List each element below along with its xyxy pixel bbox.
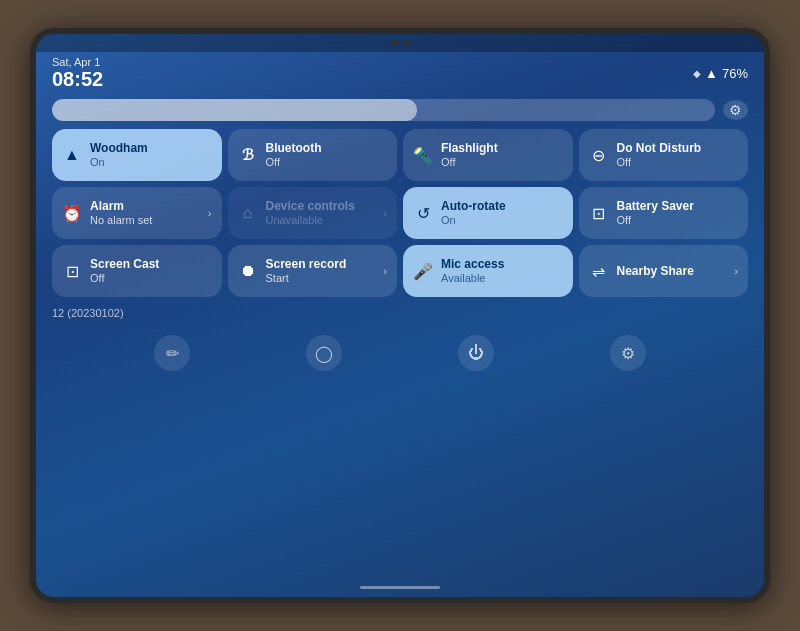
alarm-text: Alarm No alarm set <box>90 199 200 227</box>
screen-cast-sublabel: Off <box>90 272 212 285</box>
edit-icon: ✏ <box>166 344 179 363</box>
device-controls-icon: ⌂ <box>238 204 258 222</box>
tile-bluetooth[interactable]: ℬ Bluetooth Off <box>228 129 398 181</box>
tile-screen-record[interactable]: ⏺ Screen record Start › <box>228 245 398 297</box>
edit-button[interactable]: ✏ <box>154 335 190 371</box>
user-button[interactable]: ◯ <box>306 335 342 371</box>
flashlight-text: Flashlight Off <box>441 141 563 169</box>
tablet-screen: Sat, Apr 1 08:52 ◆ ▲ 76% ⚙ ▲ Woodham <box>36 34 764 597</box>
tile-auto-rotate[interactable]: ↺ Auto-rotate On <box>403 187 573 239</box>
battery-saver-text: Battery Saver Off <box>617 199 739 227</box>
nearby-share-icon: ⇌ <box>589 262 609 281</box>
wifi-icon: ▲ <box>62 146 82 164</box>
alarm-icon: ⏰ <box>62 204 82 223</box>
screen-record-label: Screen record <box>266 257 376 271</box>
auto-rotate-sublabel: On <box>441 214 563 227</box>
screen-cast-label: Screen Cast <box>90 257 212 271</box>
screen-cast-text: Screen Cast Off <box>90 257 212 285</box>
dnd-sublabel: Off <box>617 156 739 169</box>
flashlight-icon: 🔦 <box>413 146 433 165</box>
mic-access-sublabel: Available <box>441 272 563 285</box>
device-controls-sublabel: Unavailable <box>266 214 376 227</box>
alarm-sublabel: No alarm set <box>90 214 200 227</box>
alarm-arrow: › <box>208 207 212 219</box>
bluetooth-icon: ℬ <box>238 146 258 164</box>
nearby-share-label: Nearby Share <box>617 264 727 278</box>
screen-record-arrow: › <box>383 265 387 277</box>
brightness-icon[interactable]: ⚙ <box>723 100 748 120</box>
version-text: 12 (20230102) <box>36 301 764 325</box>
wifi-sublabel: On <box>90 156 212 169</box>
bottom-actions: ✏ ◯ ⏻ ⚙ <box>36 327 764 379</box>
battery-saver-icon: ⊡ <box>589 204 609 223</box>
battery-status: 76% <box>722 66 748 81</box>
brightness-slider[interactable] <box>52 99 715 121</box>
auto-rotate-label: Auto-rotate <box>441 199 563 213</box>
flashlight-sublabel: Off <box>441 156 563 169</box>
wifi-text: Woodham On <box>90 141 212 169</box>
dnd-icon: ⊖ <box>589 146 609 165</box>
nearby-share-arrow: › <box>734 265 738 277</box>
camera-bar <box>36 34 764 52</box>
tablet-frame: Sat, Apr 1 08:52 ◆ ▲ 76% ⚙ ▲ Woodham <box>30 28 770 603</box>
flashlight-label: Flashlight <box>441 141 563 155</box>
nearby-share-text: Nearby Share <box>617 264 727 278</box>
camera-dot-2 <box>403 40 409 46</box>
status-left: Sat, Apr 1 08:52 <box>52 56 103 91</box>
dnd-text: Do Not Disturb Off <box>617 141 739 169</box>
battery-saver-label: Battery Saver <box>617 199 739 213</box>
tile-screen-cast[interactable]: ⊡ Screen Cast Off <box>52 245 222 297</box>
bluetooth-label: Bluetooth <box>266 141 388 155</box>
status-time: 08:52 <box>52 68 103 91</box>
status-bar: Sat, Apr 1 08:52 ◆ ▲ 76% <box>36 52 764 95</box>
tile-device-controls[interactable]: ⌂ Device controls Unavailable › <box>228 187 398 239</box>
wifi-status-icon: ▲ <box>705 66 718 81</box>
screen-record-icon: ⏺ <box>238 262 258 280</box>
auto-rotate-text: Auto-rotate On <box>441 199 563 227</box>
tile-flashlight[interactable]: 🔦 Flashlight Off <box>403 129 573 181</box>
brightness-row: ⚙ <box>36 95 764 125</box>
tile-mic-access[interactable]: 🎤 Mic access Available <box>403 245 573 297</box>
bluetooth-text: Bluetooth Off <box>266 141 388 169</box>
device-controls-text: Device controls Unavailable <box>266 199 376 227</box>
tile-battery-saver[interactable]: ⊡ Battery Saver Off <box>579 187 749 239</box>
screen-record-text: Screen record Start <box>266 257 376 285</box>
tile-nearby-share[interactable]: ⇌ Nearby Share › <box>579 245 749 297</box>
brightness-fill <box>52 99 417 121</box>
mic-access-label: Mic access <box>441 257 563 271</box>
settings-icon: ⚙ <box>621 344 635 363</box>
power-icon: ⏻ <box>468 344 484 362</box>
dnd-label: Do Not Disturb <box>617 141 739 155</box>
device-controls-label: Device controls <box>266 199 376 213</box>
battery-saver-sublabel: Off <box>617 214 739 227</box>
screen-cast-icon: ⊡ <box>62 262 82 281</box>
home-indicator <box>360 586 440 589</box>
wifi-label: Woodham <box>90 141 212 155</box>
user-icon: ◯ <box>315 344 333 363</box>
tile-dnd[interactable]: ⊖ Do Not Disturb Off <box>579 129 749 181</box>
quick-settings-grid: ▲ Woodham On ℬ Bluetooth Off 🔦 Flashligh… <box>36 125 764 301</box>
camera-dot <box>391 40 397 46</box>
screen-record-sublabel: Start <box>266 272 376 285</box>
tile-alarm[interactable]: ⏰ Alarm No alarm set › <box>52 187 222 239</box>
mic-access-icon: 🎤 <box>413 262 433 281</box>
alarm-label: Alarm <box>90 199 200 213</box>
settings-button[interactable]: ⚙ <box>610 335 646 371</box>
device-controls-arrow: › <box>383 207 387 219</box>
status-right: ◆ ▲ 76% <box>693 66 748 81</box>
location-icon: ◆ <box>693 68 701 79</box>
power-button[interactable]: ⏻ <box>458 335 494 371</box>
mic-access-text: Mic access Available <box>441 257 563 285</box>
status-date: Sat, Apr 1 <box>52 56 103 68</box>
bluetooth-sublabel: Off <box>266 156 388 169</box>
auto-rotate-icon: ↺ <box>413 204 433 223</box>
version-number: 12 (20230102) <box>52 307 124 319</box>
tile-wifi[interactable]: ▲ Woodham On <box>52 129 222 181</box>
